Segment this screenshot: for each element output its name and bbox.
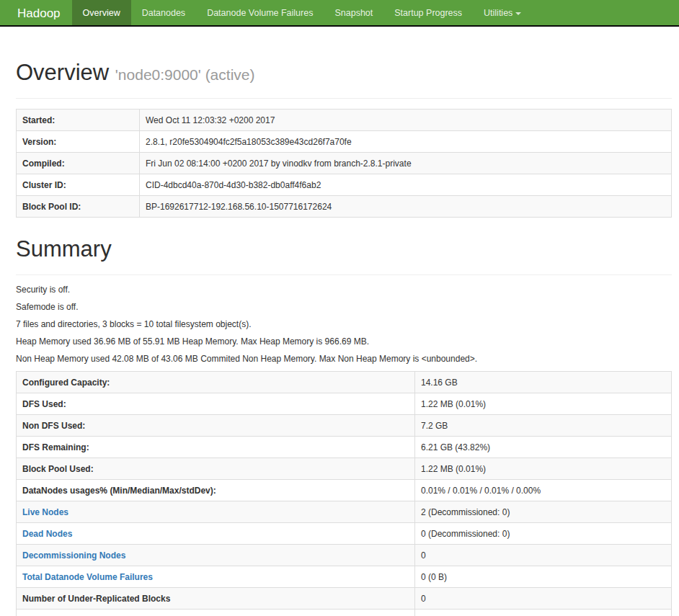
row-decommissioning-nodes: Decommissioning Nodes 0 [17,545,672,566]
heap-memory-text: Heap Memory used 36.96 MB of 55.91 MB He… [16,336,672,348]
row-started: Started: Wed Oct 11 12:03:32 +0200 2017 [17,110,672,131]
nav-tab-snapshot[interactable]: Snapshot [324,0,383,25]
row-compiled-value: Fri Jun 02 08:14:00 +0200 2017 by vinodk… [140,153,672,174]
configured-capacity-label: Configured Capacity: [17,372,415,393]
block-pool-used-value: 1.22 MB (0.01%) [415,458,672,480]
row-cluster-id: Cluster ID: CID-4dbcd40a-870d-4d30-b382-… [17,174,672,196]
summary-paragraphs: Security is off. Safemode is off. 7 file… [16,284,672,365]
total-datanode-volume-failures-link[interactable]: Total Datanode Volume Failures [22,572,153,582]
blocks-pending-deletion-label: Number of Blocks Pending Deletion [17,610,415,616]
page-title: Overview 'node0:9000' (active) [16,60,672,86]
row-dead-nodes: Dead Nodes 0 (Decommissioned: 0) [17,523,672,545]
overview-info-table: Started: Wed Oct 11 12:03:32 +0200 2017 … [16,109,672,218]
non-dfs-used-value: 7.2 GB [415,415,672,437]
row-blocks-pending-deletion: Number of Blocks Pending Deletion 0 [17,610,672,616]
divider [16,274,672,275]
dead-nodes-link[interactable]: Dead Nodes [22,529,72,539]
divider [16,98,672,99]
nav-tab-datanodes[interactable]: Datanodes [131,0,196,25]
configured-capacity-value: 14.16 GB [415,372,672,393]
navbar: Hadoop Overview Datanodes Datanode Volum… [0,0,679,27]
safemode-status-text: Safemode is off. [16,301,672,313]
row-cluster-id-label: Cluster ID: [17,174,140,196]
row-datanodes-usages: DataNodes usages% (Min/Median/Max/stdDev… [17,480,672,501]
row-started-label: Started: [17,110,140,131]
summary-title: Summary [16,236,672,262]
row-started-value: Wed Oct 11 12:03:32 +0200 2017 [140,110,672,131]
nav-tab-datanode-volume-failures[interactable]: Datanode Volume Failures [196,0,324,25]
live-nodes-link[interactable]: Live Nodes [22,507,68,517]
row-non-dfs-used: Non DFS Used: 7.2 GB [17,415,672,437]
live-nodes-value: 2 (Decommissioned: 0) [415,501,672,523]
security-status-text: Security is off. [16,284,672,296]
row-live-nodes: Live Nodes 2 (Decommissioned: 0) [17,501,672,523]
row-block-pool-id-label: Block Pool ID: [17,196,140,218]
row-under-replicated-blocks: Number of Under-Replicated Blocks 0 [17,588,672,610]
decommissioning-nodes-value: 0 [415,545,672,566]
nav-tab-startup-progress[interactable]: Startup Progress [383,0,473,25]
dead-nodes-value: 0 (Decommissioned: 0) [415,523,672,545]
dfs-used-label: DFS Used: [17,393,415,415]
row-block-pool-id-value: BP-1692617712-192.168.56.10-150771617262… [140,196,672,218]
row-block-pool-used: Block Pool Used: 1.22 MB (0.01%) [17,458,672,480]
row-compiled: Compiled: Fri Jun 02 08:14:00 +0200 2017… [17,153,672,174]
row-dfs-used: DFS Used: 1.22 MB (0.01%) [17,393,672,415]
dfs-used-value: 1.22 MB (0.01%) [415,393,672,415]
namenode-address-subtitle: 'node0:9000' (active) [115,66,255,83]
row-total-datanode-volume-failures: Total Datanode Volume Failures 0 (0 B) [17,566,672,588]
under-replicated-blocks-label: Number of Under-Replicated Blocks [17,588,415,610]
total-datanode-volume-failures-value: 0 (0 B) [415,566,672,588]
non-dfs-used-label: Non DFS Used: [17,415,415,437]
blocks-pending-deletion-value: 0 [415,610,672,616]
row-version-value: 2.8.1, r20fe5304904fc2f5a18053c389e43cd2… [140,131,672,153]
non-heap-memory-text: Non Heap Memory used 42.08 MB of 43.06 M… [16,353,672,365]
dfs-remaining-value: 6.21 GB (43.82%) [415,437,672,458]
nav-tab-utilities-dropdown[interactable]: Utilities [473,0,532,25]
row-configured-capacity: Configured Capacity: 14.16 GB [17,372,672,393]
filesystem-objects-text: 7 files and directories, 3 blocks = 10 t… [16,318,672,331]
page-title-text: Overview [16,60,109,85]
row-compiled-label: Compiled: [17,153,140,174]
nav-tab-overview[interactable]: Overview [72,0,131,25]
main-content: Overview 'node0:9000' (active) Started: … [0,60,679,616]
row-block-pool-id: Block Pool ID: BP-1692617712-192.168.56.… [17,196,672,218]
block-pool-used-label: Block Pool Used: [17,458,415,480]
row-version: Version: 2.8.1, r20fe5304904fc2f5a18053c… [17,131,672,153]
nav-tab-utilities-label: Utilities [484,8,512,18]
row-version-label: Version: [17,131,140,153]
datanodes-usages-label: DataNodes usages% (Min/Median/Max/stdDev… [17,480,415,501]
decommissioning-nodes-link[interactable]: Decommissioning Nodes [22,550,125,561]
dfs-remaining-label: DFS Remaining: [17,437,415,458]
nav-tabs: Overview Datanodes Datanode Volume Failu… [72,0,533,25]
caret-down-icon [515,12,521,15]
brand-hadoop[interactable]: Hadoop [0,0,72,25]
row-cluster-id-value: CID-4dbcd40a-870d-4d30-b382-db0aff4f6ab2 [140,174,672,196]
under-replicated-blocks-value: 0 [415,588,672,610]
row-dfs-remaining: DFS Remaining: 6.21 GB (43.82%) [17,437,672,458]
datanodes-usages-value: 0.01% / 0.01% / 0.01% / 0.00% [415,480,672,501]
summary-table: Configured Capacity: 14.16 GB DFS Used: … [16,371,672,616]
